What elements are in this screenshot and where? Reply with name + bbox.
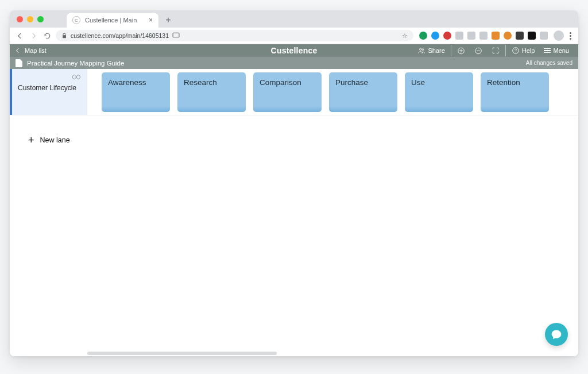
brand-logo: Custellence (271, 46, 318, 55)
browser-tab[interactable]: C Custellence | Main × (67, 13, 158, 28)
cast-icon[interactable] (172, 32, 180, 39)
lane-divider (10, 115, 578, 115)
browser-back-icon[interactable] (14, 30, 25, 41)
extension-icon[interactable] (540, 32, 548, 40)
hamburger-icon (544, 48, 551, 53)
lane-header[interactable]: Customer Lifecycle (10, 69, 87, 115)
tab-favicon: C (72, 16, 80, 24)
browser-extensions (417, 32, 550, 40)
profile-avatar[interactable] (554, 30, 564, 41)
toolbar-divider (505, 45, 506, 56)
toolbar-divider (451, 45, 451, 56)
browser-menu-icon[interactable] (567, 32, 574, 40)
svg-point-9 (515, 52, 516, 52)
browser-address-bar: custellence.com/app/main/14605131 ☆ (10, 28, 578, 44)
address-omnibox[interactable]: custellence.com/app/main/14605131 ☆ (56, 30, 413, 41)
stage-label: Use (411, 78, 425, 87)
stage-card[interactable]: Retention (481, 72, 549, 112)
lane-title: Customer Lifecycle (18, 84, 76, 92)
infinity-icon (69, 74, 81, 83)
stage-card[interactable]: Awareness (102, 72, 170, 112)
help-button[interactable]: Help (507, 44, 540, 57)
back-to-map-list[interactable]: Map list (14, 47, 47, 54)
app-toolbar: Map list Custellence Share (10, 44, 578, 57)
help-circle-icon (512, 47, 520, 55)
share-label: Share (428, 47, 444, 54)
window-minimize-button[interactable] (27, 16, 33, 22)
chat-icon (551, 329, 562, 340)
extension-icon[interactable] (455, 32, 463, 40)
people-icon (417, 47, 425, 55)
stage-cards-track[interactable]: Awareness Research Comparison Purchase U… (87, 69, 578, 115)
extension-icon[interactable] (431, 32, 439, 40)
help-label: Help (522, 47, 535, 54)
extension-icon[interactable] (479, 32, 488, 40)
svg-rect-0 (173, 33, 179, 37)
fullscreen-button[interactable] (487, 44, 504, 57)
fullscreen-icon (492, 47, 500, 55)
extension-icon[interactable] (492, 32, 500, 40)
extension-icon[interactable] (443, 32, 451, 40)
chat-fab[interactable] (545, 323, 568, 346)
browser-tab-strip: C Custellence | Main × + (10, 10, 578, 28)
new-tab-button[interactable]: + (162, 14, 175, 26)
menu-label: Menu (553, 47, 569, 54)
menu-button[interactable]: Menu (539, 44, 574, 57)
document-bar: Practical Journey Mapping Guide All chan… (10, 57, 578, 69)
extension-icon[interactable] (528, 32, 536, 40)
stage-label: Purchase (335, 78, 368, 87)
url-text: custellence.com/app/main/14605131 (71, 32, 169, 39)
plus-circle-icon (457, 47, 465, 55)
share-button[interactable]: Share (413, 44, 449, 57)
extension-icon[interactable] (467, 32, 475, 40)
svg-point-2 (422, 49, 424, 51)
stage-label: Research (184, 78, 217, 87)
stage-card[interactable]: Comparison (253, 72, 322, 112)
stage-label: Awareness (108, 78, 146, 87)
svg-point-1 (420, 48, 422, 51)
extension-icon[interactable] (419, 32, 427, 40)
journey-canvas[interactable]: Customer Lifecycle Awareness Research Co… (10, 69, 578, 356)
stage-label: Comparison (260, 78, 301, 87)
document-title[interactable]: Practical Journey Mapping Guide (27, 60, 124, 67)
stage-card[interactable]: Research (177, 72, 246, 112)
tab-title: Custellence | Main (85, 17, 137, 24)
tab-close-icon[interactable]: × (149, 17, 153, 24)
zoom-in-button[interactable] (452, 44, 470, 57)
document-icon (16, 59, 22, 67)
lane-row: Customer Lifecycle Awareness Research Co… (10, 69, 578, 115)
extension-icon[interactable] (516, 32, 524, 40)
stage-label: Retention (487, 78, 520, 87)
stage-card[interactable]: Purchase (329, 72, 397, 112)
save-status: All changes saved (526, 60, 572, 66)
traffic-lights (14, 10, 67, 28)
browser-window: C Custellence | Main × + custellence.com… (10, 10, 578, 356)
browser-forward-icon[interactable] (28, 30, 38, 41)
minus-circle-icon (474, 47, 482, 55)
browser-reload-icon[interactable] (42, 30, 52, 41)
extension-icon[interactable] (504, 32, 512, 40)
stage-card[interactable]: Use (405, 72, 473, 112)
new-lane-button[interactable]: + New lane (10, 115, 70, 145)
horizontal-scrollbar[interactable] (87, 352, 277, 355)
window-zoom-button[interactable] (37, 16, 44, 22)
zoom-out-button[interactable] (470, 44, 487, 57)
new-lane-label: New lane (40, 136, 70, 144)
window-close-button[interactable] (17, 16, 23, 22)
plus-icon: + (28, 135, 34, 145)
lock-icon (61, 33, 67, 38)
bookmark-star-icon[interactable]: ☆ (402, 32, 408, 39)
map-list-label: Map list (25, 47, 47, 54)
